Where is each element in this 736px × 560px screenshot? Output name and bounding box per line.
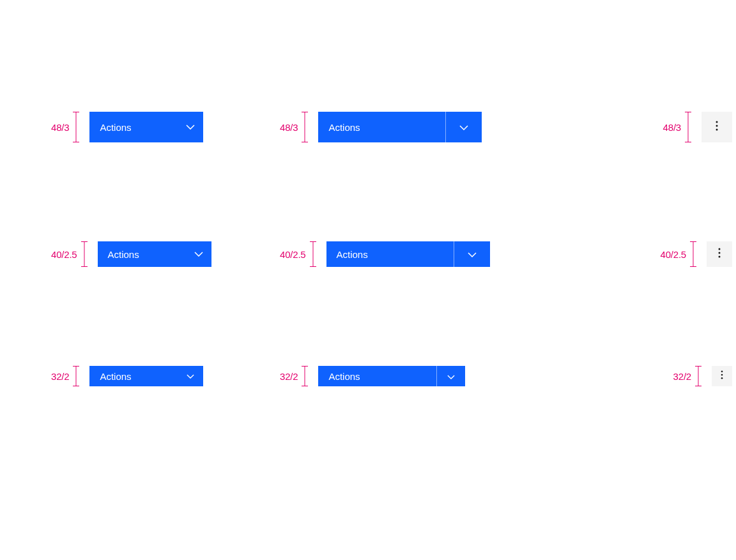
split-button-label: Actions bbox=[328, 371, 360, 382]
split-button-cell-40: 40/2.5 Actions bbox=[280, 241, 516, 267]
overflow-button-cell-48: 48/3 bbox=[547, 112, 732, 142]
dimension-label: 32/2 bbox=[673, 371, 691, 382]
menu-button-cell-48: 48/3 Actions bbox=[51, 112, 249, 142]
overflow-menu-vertical-icon bbox=[718, 248, 721, 261]
chevron-down-icon bbox=[459, 121, 468, 133]
svg-point-8 bbox=[721, 377, 723, 379]
split-button: Actions bbox=[318, 112, 482, 142]
chevron-down-icon bbox=[447, 370, 455, 382]
svg-point-3 bbox=[719, 248, 721, 250]
overflow-menu-button[interactable] bbox=[712, 366, 732, 386]
dimension-label: 32/2 bbox=[280, 371, 298, 382]
svg-point-7 bbox=[721, 374, 723, 376]
height-bracket bbox=[302, 366, 308, 386]
overflow-button-cell-40: 40/2.5 bbox=[547, 241, 732, 267]
overflow-menu-vertical-icon bbox=[716, 121, 718, 133]
menu-button-cell-32: 32/2 Actions bbox=[51, 366, 249, 386]
split-button-toggle[interactable] bbox=[437, 366, 465, 386]
overflow-menu-vertical-icon bbox=[721, 370, 723, 382]
svg-point-1 bbox=[716, 125, 718, 127]
height-bracket bbox=[73, 112, 79, 142]
split-button-main[interactable]: Actions bbox=[318, 112, 446, 142]
overflow-menu-button[interactable] bbox=[702, 112, 732, 142]
split-button-main[interactable]: Actions bbox=[326, 241, 454, 267]
svg-point-2 bbox=[716, 129, 718, 131]
dimension-label: 32/2 bbox=[51, 371, 69, 382]
height-bracket bbox=[685, 112, 691, 142]
component-size-grid: 48/3 Actions 48/3 Actions 48/3 bbox=[51, 112, 732, 386]
split-button: Actions bbox=[318, 366, 465, 386]
height-bracket bbox=[302, 112, 308, 142]
height-bracket bbox=[310, 241, 316, 267]
menu-button-label: Actions bbox=[100, 371, 178, 382]
height-bracket bbox=[695, 366, 702, 386]
chevron-down-icon bbox=[178, 125, 203, 130]
dimension-label: 40/2.5 bbox=[280, 249, 306, 260]
dimension-label: 48/3 bbox=[663, 122, 681, 133]
chevron-down-icon bbox=[178, 374, 203, 379]
svg-point-4 bbox=[719, 252, 721, 254]
menu-button[interactable]: Actions bbox=[98, 241, 211, 267]
split-button: Actions bbox=[326, 241, 490, 267]
height-bracket bbox=[73, 366, 79, 386]
chevron-down-icon bbox=[468, 248, 477, 260]
svg-point-0 bbox=[716, 121, 718, 123]
menu-button[interactable]: Actions bbox=[89, 366, 203, 386]
height-bracket bbox=[690, 241, 696, 267]
dimension-label: 48/3 bbox=[280, 122, 298, 133]
dimension-label: 40/2.5 bbox=[51, 249, 77, 260]
split-button-main[interactable]: Actions bbox=[318, 366, 437, 386]
split-button-cell-32: 32/2 Actions bbox=[280, 366, 516, 386]
menu-button-label: Actions bbox=[100, 122, 178, 133]
dimension-label: 48/3 bbox=[51, 122, 69, 133]
overflow-menu-button[interactable] bbox=[707, 241, 732, 267]
split-button-cell-48: 48/3 Actions bbox=[280, 112, 516, 142]
split-button-label: Actions bbox=[337, 249, 368, 260]
dimension-label: 40/2.5 bbox=[660, 249, 686, 260]
split-button-toggle[interactable] bbox=[454, 241, 490, 267]
svg-point-6 bbox=[721, 370, 723, 372]
split-button-label: Actions bbox=[328, 122, 360, 133]
menu-button-cell-40: 40/2.5 Actions bbox=[51, 241, 249, 267]
svg-point-5 bbox=[719, 256, 721, 258]
height-bracket bbox=[81, 241, 88, 267]
overflow-button-cell-32: 32/2 bbox=[547, 366, 732, 386]
split-button-toggle[interactable] bbox=[446, 112, 482, 142]
menu-button-label: Actions bbox=[108, 249, 186, 260]
chevron-down-icon bbox=[186, 252, 211, 257]
menu-button[interactable]: Actions bbox=[89, 112, 203, 142]
